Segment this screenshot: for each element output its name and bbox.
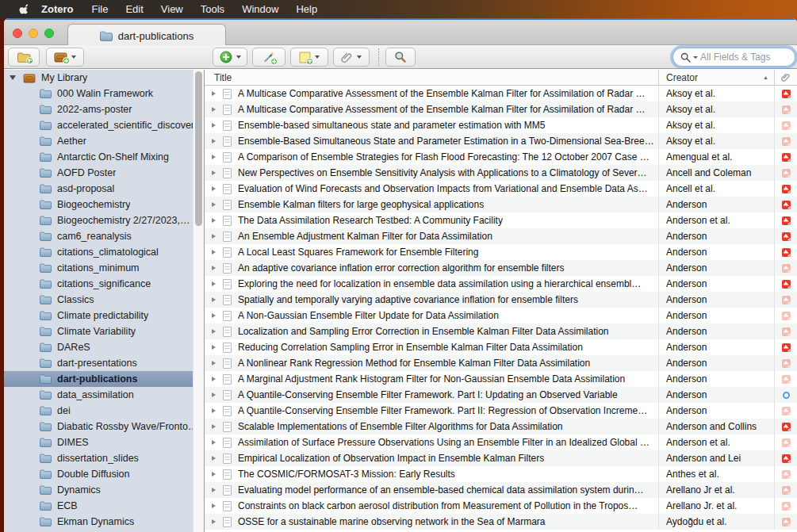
disclosure-triangle-icon[interactable] [10,75,16,80]
search-input[interactable] [700,52,795,63]
sidebar-item-citations-minimum[interactable]: citations_minimum [4,260,193,276]
zoom-button[interactable] [44,29,54,38]
table-row[interactable]: An adaptive covariance inflation error c… [205,260,797,276]
row-expander-icon[interactable] [212,170,216,175]
table-row[interactable]: A Comparison of Ensemble Strategies for … [205,149,797,165]
table-row[interactable]: Ensemble-Based Simultaneous State and Pa… [205,133,797,149]
sidebar-scrollbar-thumb[interactable] [195,71,202,226]
sidebar-scrollbar[interactable] [193,70,204,532]
row-expander-icon[interactable] [212,392,216,397]
row-expander-icon[interactable] [212,329,216,334]
row-expander-icon[interactable] [212,218,216,223]
sidebar-item-antarctic-on-shelf-mixing[interactable]: Antarctic On-Shelf Mixing [4,149,193,165]
sidebar-item-biogeochemistry[interactable]: Biogeochemistry [4,197,193,212]
table-row[interactable]: Exploring the need for localization in e… [205,276,797,292]
row-expander-icon[interactable] [212,361,216,366]
table-row[interactable]: A Non-Gaussian Ensemble Filter Update fo… [205,308,797,323]
row-expander-icon[interactable] [212,281,216,286]
table-row[interactable]: A Quantile-Conserving Ensemble Filter Fr… [205,403,797,419]
sidebar-item-dart-presentations[interactable]: dart-presentations [4,355,193,371]
row-expander-icon[interactable] [212,503,216,508]
row-expander-icon[interactable] [212,345,216,350]
menu-item-help[interactable]: Help [287,3,326,15]
sidebar-item-2022-ams-poster[interactable]: 2022-ams-poster [4,101,193,117]
sidebar-item-ecb[interactable]: ECB [4,498,193,514]
sidebar-item-double-diffusion[interactable]: Double Diffusion [4,466,193,482]
table-row[interactable]: A Multicase Comparative Assessment of th… [205,86,797,101]
row-expander-icon[interactable] [212,123,216,128]
sidebar-item-diabatic-rossby-wave-fronto[interactable]: Diabatic Rossby Wave/Fronto… [4,419,193,434]
sidebar-item-climate-predictability[interactable]: Climate predictability [4,308,193,323]
table-row[interactable]: The Data Assimilation Research Testbed: … [205,212,797,228]
new-item-button[interactable] [213,48,247,67]
tab-dart-publications[interactable]: dart-publications [67,24,226,47]
table-row[interactable]: Constraints on black carbon aerosol dist… [205,498,797,514]
row-expander-icon[interactable] [212,424,216,429]
new-collection-button[interactable] [8,48,40,67]
table-row[interactable]: The COSMIC/FORMOSAT-3 Mission: Early Res… [205,466,797,482]
row-expander-icon[interactable] [212,266,216,270]
table-row[interactable]: Evaluating model performance of an ensem… [205,482,797,498]
add-attachment-button[interactable] [333,48,370,67]
sidebar-item-climate-variability[interactable]: Climate Variability [4,323,193,339]
column-header-creator[interactable]: Creator ▲ [658,70,774,85]
new-library-button[interactable] [46,48,84,67]
row-expander-icon[interactable] [212,456,216,461]
row-expander-icon[interactable] [212,440,216,445]
sidebar-item-aofd-poster[interactable]: AOFD Poster [4,165,193,181]
sidebar-item-citations-significance[interactable]: citations_significance [4,276,193,292]
row-expander-icon[interactable] [212,155,216,159]
sidebar-item-asd-proposal[interactable]: asd-proposal [4,181,193,197]
table-row[interactable]: Reducing Correlation Sampling Error in E… [205,339,797,355]
menu-app-name[interactable]: Zotero [30,3,82,15]
table-row[interactable]: Ensemble Kalman filters for large geophy… [205,197,797,212]
sidebar-item-ekman-dynamics[interactable]: Ekman Dynamics [4,514,193,530]
sidebar-item-000-walin-framework[interactable]: 000 Walin Framework [4,86,193,101]
new-note-button[interactable] [290,48,328,67]
sidebar-item-my-library[interactable]: My Library [4,70,193,86]
sidebar-item-dart-publications[interactable]: dart-publications [4,371,193,387]
sidebar-item-citations-climatological[interactable]: citations_climatological [4,244,193,260]
sidebar-item-data-assimilation[interactable]: data_assimilation [4,387,193,403]
table-row[interactable]: Assimilation of Surface Pressure Observa… [205,434,797,450]
table-row[interactable]: An Ensemble Adjustment Kalman Filter for… [205,228,797,244]
table-row[interactable]: Evaluation of Wind Forecasts and Observa… [205,181,797,197]
sidebar-item-cam6-reanalysis[interactable]: cam6_reanalysis [4,228,193,244]
table-row[interactable]: Empirical Localization of Observation Im… [205,450,797,466]
table-row[interactable]: New Perspectives on Ensemble Sensitivity… [205,165,797,181]
table-row[interactable]: OSSE for a sustainable marine observing … [205,514,797,530]
table-row[interactable]: A Local Least Squares Framework for Ense… [205,244,797,260]
sidebar-item-dares[interactable]: DAReS [4,339,193,355]
menu-item-file[interactable]: File [82,3,117,15]
sidebar-item-accelerated-scientific-discovery[interactable]: accelerated_scientific_discovery [4,117,193,133]
table-row[interactable]: Ensemble-based simultaneous state and pa… [205,117,797,133]
row-expander-icon[interactable] [212,186,216,191]
apple-icon[interactable] [19,3,30,16]
row-expander-icon[interactable] [212,488,216,492]
advanced-search-button[interactable] [385,48,416,67]
minimize-button[interactable] [29,29,38,38]
menu-item-view[interactable]: View [152,3,192,15]
sidebar-item-dimes[interactable]: DIMES [4,434,193,450]
close-button[interactable] [13,29,22,38]
table-row[interactable]: A Marginal Adjustment Rank Histogram Fil… [205,371,797,387]
table-row[interactable]: A Multicase Comparative Assessment of th… [205,101,797,117]
table-row[interactable]: A Nonlinear Rank Regression Method for E… [205,355,797,371]
column-header-title[interactable]: Title [205,72,658,83]
sidebar-item-dynamics[interactable]: Dynamics [4,482,193,498]
row-expander-icon[interactable] [212,519,216,524]
sidebar-item-biogeochemistry-2-27-2023[interactable]: Biogeochemistry 2/27/2023,… [4,212,193,228]
row-expander-icon[interactable] [212,234,216,239]
menu-item-window[interactable]: Window [233,3,287,15]
menu-item-tools[interactable]: Tools [192,3,233,15]
row-expander-icon[interactable] [212,377,216,381]
row-expander-icon[interactable] [212,107,216,112]
row-expander-icon[interactable] [212,472,216,477]
table-row[interactable]: Localization and Sampling Error Correcti… [205,323,797,339]
row-expander-icon[interactable] [212,408,216,413]
row-expander-icon[interactable] [212,91,216,96]
sidebar-item-dissertation-slides[interactable]: dissertation_slides [4,450,193,466]
row-expander-icon[interactable] [212,297,216,302]
add-by-identifier-button[interactable] [252,48,285,67]
sidebar-item-dei[interactable]: dei [4,403,193,419]
